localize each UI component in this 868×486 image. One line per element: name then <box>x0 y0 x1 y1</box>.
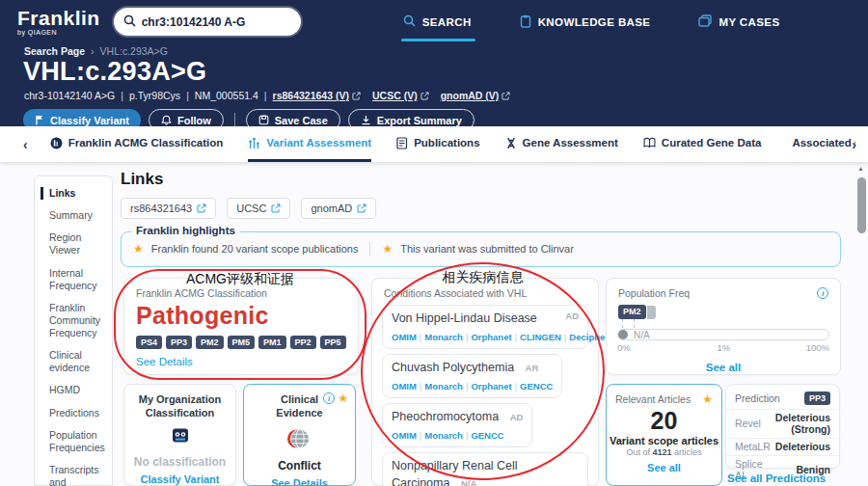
condition-item[interactable]: Nonpapillary Renal Cell Carcinoma N/A OM… <box>382 452 588 486</box>
gnomad-link[interactable]: gnomAD (V) <box>441 90 511 101</box>
ucsc-link[interactable]: UCSC (V) <box>372 90 429 101</box>
evidence-tag[interactable]: PM2 <box>196 336 224 349</box>
sidebar-item-predictions[interactable]: Predictions <box>41 407 106 419</box>
sidebar-item-clinical-evidence[interactable]: Clinical evidence <box>41 349 106 374</box>
evidence-tag[interactable]: PP3 <box>166 336 192 349</box>
sidebar-item-internal-frequency[interactable]: Internal Frequency <box>41 267 106 292</box>
evidence-tag[interactable]: PP2 <box>290 336 316 349</box>
scrollbar-thumb[interactable] <box>857 177 866 233</box>
tabs-scroll-right-icon[interactable]: › <box>842 126 866 162</box>
info-icon[interactable]: i <box>817 287 828 299</box>
prediction-card: Prediction PP3 Revel Deleterious (Strong… <box>725 384 840 469</box>
sidebar-item-region-viewer[interactable]: Region Viewer <box>41 231 106 256</box>
tab-publications[interactable]: Publications <box>396 126 479 162</box>
evidence-tag[interactable]: PP3 <box>804 392 830 405</box>
dna-icon <box>505 137 517 149</box>
source-link[interactable]: Decipher <box>561 332 609 342</box>
condition-item[interactable]: Chuvash Polycythemia AR OMIMMonarchOrpha… <box>382 354 562 398</box>
search-input[interactable] <box>142 15 286 29</box>
conditions-card: Conditions Associated with VHL Von Hippe… <box>371 278 599 486</box>
tab-gene-assessment[interactable]: Gene Assessment <box>505 126 618 162</box>
variant-search-box[interactable] <box>114 8 301 36</box>
annotation-conditions-label: 相关疾病信息 <box>361 269 605 286</box>
evidence-tag[interactable]: PP5 <box>320 336 346 349</box>
my-organization-classify-link[interactable]: Classify Variant <box>141 473 220 485</box>
articles-see-all-link[interactable]: See all <box>647 462 681 473</box>
franklin-logo-icon <box>50 137 63 149</box>
source-link[interactable]: Monarch <box>417 381 463 392</box>
external-link-icon <box>271 203 281 213</box>
source-link[interactable]: Monarch <box>417 430 463 441</box>
flag-icon <box>35 115 44 125</box>
franklin-logo[interactable]: Franklin by QIAGEN <box>17 8 100 36</box>
nav-search[interactable]: SEARCH <box>403 0 472 43</box>
chip-rsid[interactable]: rs864321643 <box>121 198 216 219</box>
chip-gnomad[interactable]: gnomAD <box>301 198 376 219</box>
condition-source-links: OMIMMonarchGENCC <box>392 425 523 443</box>
sidebar-item-links[interactable]: Links <box>41 187 106 200</box>
see-all-predictions-link[interactable]: See all Predictions <box>727 472 826 484</box>
sidebar-item-summary[interactable]: Summary <box>41 209 106 222</box>
clinical-evidence-see-details-link[interactable]: See Details <box>271 477 328 486</box>
relevant-articles-title: Relevant Articles <box>615 393 691 405</box>
condition-source-links: OMIMMonarchOrphanetGENCC <box>392 376 553 393</box>
scroll-up-icon[interactable]: ▲ <box>857 165 864 172</box>
search-icon <box>403 14 416 29</box>
source-link[interactable]: OMIM <box>392 332 417 342</box>
population-freq-label: Population Freq <box>618 287 690 299</box>
frequency-slider-knob[interactable] <box>618 330 628 339</box>
protein-change: p.Tyr98Cys <box>115 90 180 101</box>
articles-count: 20 <box>607 407 721 435</box>
chip-ucsc[interactable]: UCSC <box>227 198 290 219</box>
source-link[interactable]: Monarch <box>417 332 463 342</box>
tab-curated-gene-data[interactable]: Curated Gene Data <box>643 126 762 162</box>
source-link[interactable]: GENCC <box>512 381 554 392</box>
bar-chart-icon <box>248 137 260 149</box>
sidebar-item-franklin-community-frequency[interactable]: Franklin Community Frequency <box>41 302 106 339</box>
source-link[interactable]: Orphanet <box>463 381 512 392</box>
source-link[interactable]: CLINGEN <box>512 332 561 342</box>
sidebar-item-hgmd[interactable]: HGMD <box>41 384 106 396</box>
evidence-tag[interactable]: PM5 <box>228 336 256 349</box>
tab-variant-assessment[interactable]: Variant Assessment <box>248 126 371 162</box>
acmg-classification-card: Franklin ACMG Classification Pathogenic … <box>123 278 359 375</box>
evidence-tag[interactable]: PM2 <box>618 305 646 319</box>
star-icon: ★ <box>338 392 348 405</box>
info-icon[interactable]: i <box>323 392 335 404</box>
evidence-tag[interactable]: PS4 <box>136 336 162 349</box>
source-link[interactable]: GENCC <box>463 430 504 441</box>
relevant-articles-card: Relevant Articles ★ 20 Variant scope art… <box>606 384 722 486</box>
nav-my-cases[interactable]: MY CASES <box>698 0 779 43</box>
external-link-icon <box>357 203 366 213</box>
condition-item[interactable]: Pheochromocytoma AD OMIMMonarchGENCC <box>382 403 532 447</box>
scale-min: 0% <box>617 342 631 353</box>
logo-subtitle: by QIAGEN <box>17 29 100 36</box>
rsid-link[interactable]: rs864321643 (V) <box>273 90 361 101</box>
sidebar-item-transcripts-references[interactable]: Transcripts and References <box>41 464 106 486</box>
tab-franklin-acmg-classification[interactable]: Franklin ACMG Classification <box>50 126 224 162</box>
source-link[interactable]: OMIM <box>392 381 417 392</box>
population-freq-see-all-link[interactable]: See all <box>706 362 741 373</box>
sidebar-item-population-frequencies[interactable]: Population Frequencies <box>41 429 106 454</box>
publications-icon <box>396 137 408 149</box>
app-header: Franklin by QIAGEN SEARCH KNOWLEDGE BASE <box>0 0 868 126</box>
articles-total: Out of 4121 articles <box>607 447 721 457</box>
breadcrumb-root[interactable]: Search Page <box>24 45 85 57</box>
nav-knowledge-base[interactable]: KNOWLEDGE BASE <box>520 0 651 43</box>
source-link[interactable]: OMIM <box>392 430 417 441</box>
subtitle-divider: | <box>264 90 267 101</box>
evidence-tag[interactable]: PM1 <box>258 336 286 349</box>
prediction-row: Revel Deleterious (Strong) <box>726 409 839 438</box>
prediction-title: Prediction <box>735 392 780 404</box>
population-freq-card: Population Freq i PM2 N/A 0% 1% 100% See… <box>606 278 841 375</box>
breadcrumb-current: VHL:c.293A>G <box>100 45 168 57</box>
frequency-slider[interactable]: N/A <box>617 329 829 340</box>
acmg-see-details-link[interactable]: See Details <box>136 356 193 367</box>
external-link-icon <box>197 203 206 213</box>
condition-item[interactable]: Von Hippel-Lindau Disease AD OMIMMonarch… <box>382 305 588 349</box>
population-freq-tag-row: PM2 <box>618 305 840 319</box>
star-icon: ★ <box>382 242 393 256</box>
section-sidebar: Links Summary Region Viewer Internal Fre… <box>34 176 113 486</box>
tabs-scroll-left-icon[interactable]: ‹ <box>14 137 38 152</box>
source-link[interactable]: Orphanet <box>463 332 512 342</box>
